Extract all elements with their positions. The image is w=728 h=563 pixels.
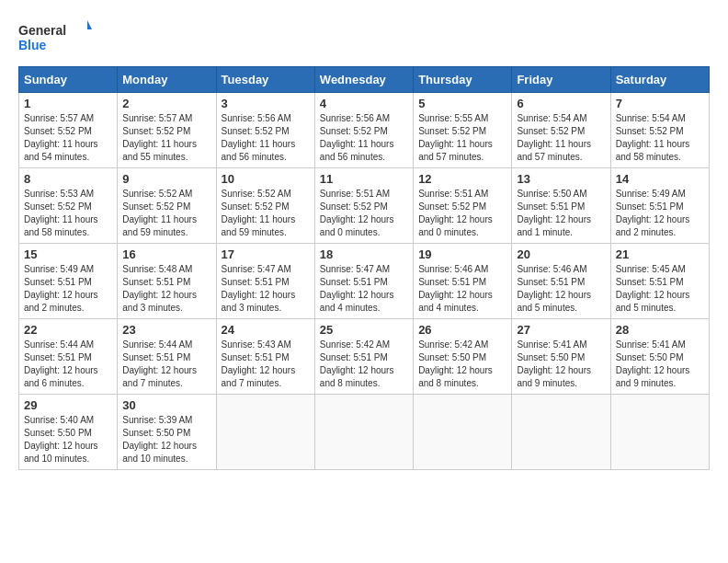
day-info: Sunrise: 5:51 AMSunset: 5:52 PMDaylight:… [320,188,408,239]
day-number: 5 [418,97,506,110]
day-info: Sunrise: 5:52 AMSunset: 5:52 PMDaylight:… [222,188,310,239]
day-info: Sunrise: 5:49 AMSunset: 5:51 PMDaylight:… [616,188,704,239]
calendar-day-cell: 11Sunrise: 5:51 AMSunset: 5:52 PMDayligh… [314,168,413,244]
calendar-day-cell: 1Sunrise: 5:57 AMSunset: 5:52 PMDaylight… [19,93,118,168]
day-info: Sunrise: 5:48 AMSunset: 5:51 PMDaylight:… [122,263,210,315]
calendar-day-cell: 24Sunrise: 5:43 AMSunset: 5:51 PMDayligh… [216,319,314,395]
calendar-day-cell: 13Sunrise: 5:50 AMSunset: 5:51 PMDayligh… [512,168,610,244]
day-info: Sunrise: 5:41 AMSunset: 5:50 PMDaylight:… [517,339,605,390]
weekday-header: Monday [118,67,216,93]
calendar-day-cell: 19Sunrise: 5:46 AMSunset: 5:51 PMDayligh… [414,244,512,319]
day-number: 29 [24,398,112,412]
weekday-header-row: SundayMondayTuesdayWednesdayThursdayFrid… [19,67,710,93]
day-number: 4 [320,97,408,110]
day-number: 30 [122,398,210,412]
day-number: 3 [222,97,310,110]
day-number: 12 [418,172,506,186]
calendar-day-cell: 23Sunrise: 5:44 AMSunset: 5:51 PMDayligh… [118,319,216,395]
calendar-day-cell: 6Sunrise: 5:54 AMSunset: 5:52 PMDaylight… [512,93,610,168]
weekday-header: Thursday [414,67,512,93]
weekday-header: Friday [512,67,610,93]
weekday-header: Saturday [610,67,709,93]
calendar-day-cell: 9Sunrise: 5:52 AMSunset: 5:52 PMDaylight… [118,168,216,244]
day-number: 20 [517,247,605,261]
calendar-day-cell: 3Sunrise: 5:56 AMSunset: 5:52 PMDaylight… [216,93,314,168]
calendar-week-row: 15Sunrise: 5:49 AMSunset: 5:51 PMDayligh… [19,244,710,319]
day-info: Sunrise: 5:54 AMSunset: 5:52 PMDaylight:… [616,112,704,164]
day-number: 16 [122,247,210,261]
calendar-day-cell [414,395,512,470]
day-number: 21 [616,247,704,261]
svg-text:Blue: Blue [18,38,47,52]
day-info: Sunrise: 5:54 AMSunset: 5:52 PMDaylight:… [517,112,605,164]
calendar-day-cell: 26Sunrise: 5:42 AMSunset: 5:50 PMDayligh… [414,319,512,395]
calendar-day-cell: 20Sunrise: 5:46 AMSunset: 5:51 PMDayligh… [512,244,610,319]
day-number: 28 [616,323,704,337]
day-number: 8 [24,172,112,186]
day-info: Sunrise: 5:57 AMSunset: 5:52 PMDaylight:… [122,112,210,164]
day-number: 11 [320,172,408,186]
calendar-day-cell: 12Sunrise: 5:51 AMSunset: 5:52 PMDayligh… [414,168,512,244]
day-info: Sunrise: 5:39 AMSunset: 5:50 PMDaylight:… [122,414,210,465]
day-number: 15 [24,247,112,261]
weekday-header: Sunday [19,67,118,93]
calendar-day-cell: 4Sunrise: 5:56 AMSunset: 5:52 PMDaylight… [314,93,413,168]
day-number: 13 [517,172,605,186]
day-info: Sunrise: 5:45 AMSunset: 5:51 PMDaylight:… [616,263,704,315]
day-info: Sunrise: 5:41 AMSunset: 5:50 PMDaylight:… [616,339,704,390]
day-info: Sunrise: 5:57 AMSunset: 5:52 PMDaylight:… [24,112,112,164]
weekday-header: Tuesday [216,67,314,93]
day-info: Sunrise: 5:50 AMSunset: 5:51 PMDaylight:… [517,188,605,239]
calendar-day-cell: 8Sunrise: 5:53 AMSunset: 5:52 PMDaylight… [19,168,118,244]
day-info: Sunrise: 5:47 AMSunset: 5:51 PMDaylight:… [320,263,408,315]
day-info: Sunrise: 5:44 AMSunset: 5:51 PMDaylight:… [24,339,112,390]
day-info: Sunrise: 5:46 AMSunset: 5:51 PMDaylight:… [517,263,605,315]
calendar-week-row: 8Sunrise: 5:53 AMSunset: 5:52 PMDaylight… [19,168,710,244]
day-number: 23 [122,323,210,337]
day-number: 18 [320,247,408,261]
svg-text:General: General [18,23,66,38]
day-info: Sunrise: 5:43 AMSunset: 5:51 PMDaylight:… [222,339,310,390]
calendar-day-cell: 22Sunrise: 5:44 AMSunset: 5:51 PMDayligh… [19,319,118,395]
day-number: 9 [122,172,210,186]
day-info: Sunrise: 5:47 AMSunset: 5:51 PMDaylight:… [222,263,310,315]
calendar-day-cell: 7Sunrise: 5:54 AMSunset: 5:52 PMDaylight… [610,93,709,168]
logo: General Blue [18,18,92,57]
calendar-day-cell: 10Sunrise: 5:52 AMSunset: 5:52 PMDayligh… [216,168,314,244]
calendar-day-cell: 15Sunrise: 5:49 AMSunset: 5:51 PMDayligh… [19,244,118,319]
calendar-day-cell: 27Sunrise: 5:41 AMSunset: 5:50 PMDayligh… [512,319,610,395]
calendar-day-cell [314,395,413,470]
calendar-day-cell: 2Sunrise: 5:57 AMSunset: 5:52 PMDaylight… [118,93,216,168]
day-info: Sunrise: 5:52 AMSunset: 5:52 PMDaylight:… [122,188,210,239]
day-number: 22 [24,323,112,337]
day-info: Sunrise: 5:56 AMSunset: 5:52 PMDaylight:… [320,112,408,164]
day-number: 1 [24,97,112,110]
calendar-day-cell [216,395,314,470]
calendar-week-row: 1Sunrise: 5:57 AMSunset: 5:52 PMDaylight… [19,93,710,168]
weekday-header: Wednesday [314,67,413,93]
calendar-week-row: 22Sunrise: 5:44 AMSunset: 5:51 PMDayligh… [19,319,710,395]
day-info: Sunrise: 5:42 AMSunset: 5:51 PMDaylight:… [320,339,408,390]
calendar-header: SundayMondayTuesdayWednesdayThursdayFrid… [19,67,710,93]
calendar-table: SundayMondayTuesdayWednesdayThursdayFrid… [18,66,710,470]
calendar-day-cell: 28Sunrise: 5:41 AMSunset: 5:50 PMDayligh… [610,319,709,395]
day-number: 26 [418,323,506,337]
day-number: 25 [320,323,408,337]
day-info: Sunrise: 5:42 AMSunset: 5:50 PMDaylight:… [418,339,506,390]
calendar-day-cell: 25Sunrise: 5:42 AMSunset: 5:51 PMDayligh… [314,319,413,395]
logo-svg: General Blue [18,18,92,57]
day-number: 19 [418,247,506,261]
calendar-day-cell: 18Sunrise: 5:47 AMSunset: 5:51 PMDayligh… [314,244,413,319]
calendar-day-cell: 14Sunrise: 5:49 AMSunset: 5:51 PMDayligh… [610,168,709,244]
day-info: Sunrise: 5:40 AMSunset: 5:50 PMDaylight:… [24,414,112,465]
day-number: 10 [222,172,310,186]
calendar-day-cell: 30Sunrise: 5:39 AMSunset: 5:50 PMDayligh… [118,395,216,470]
calendar-day-cell: 16Sunrise: 5:48 AMSunset: 5:51 PMDayligh… [118,244,216,319]
day-number: 14 [616,172,704,186]
page-header: General Blue [18,18,710,57]
calendar-day-cell: 21Sunrise: 5:45 AMSunset: 5:51 PMDayligh… [610,244,709,319]
calendar-day-cell [512,395,610,470]
day-number: 17 [222,247,310,261]
calendar-day-cell [610,395,709,470]
day-info: Sunrise: 5:55 AMSunset: 5:52 PMDaylight:… [418,112,506,164]
